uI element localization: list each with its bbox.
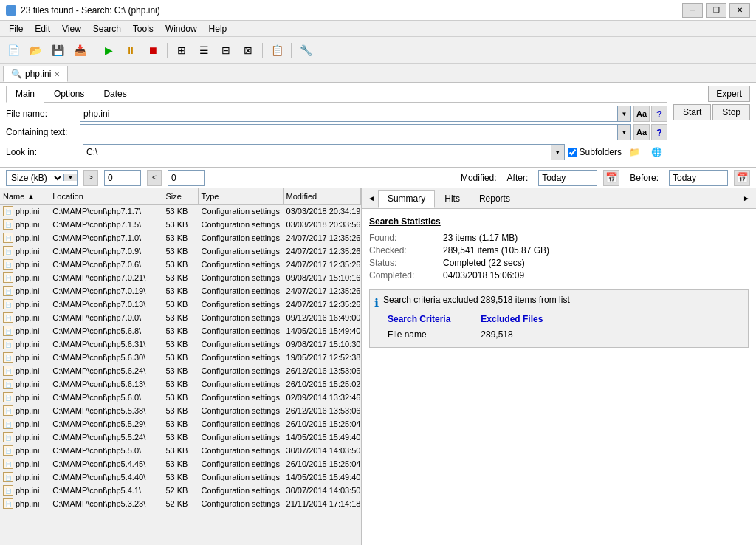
restore-button[interactable]: ❐ xyxy=(706,3,726,18)
menu-edit[interactable]: Edit xyxy=(29,22,56,35)
size-lt-btn[interactable]: < xyxy=(147,170,162,186)
browse-network-button[interactable]: 🌐 xyxy=(647,143,667,162)
table-row[interactable]: 📄 php.ini C:\MAMP\conf\php5.5.0\ 53 KB C… xyxy=(0,444,361,457)
table-row[interactable]: 📄 php.ini C:\MAMP\conf\php7.1.7\ 53 KB C… xyxy=(0,205,361,218)
cell-type: Configuration settings xyxy=(199,498,284,509)
toolbar-list3[interactable]: ⊟ xyxy=(216,41,236,60)
size-select[interactable]: Size (kB) Size (B) Size (MB) xyxy=(7,172,63,184)
expert-button[interactable]: Expert xyxy=(708,86,750,102)
table-row[interactable]: 📄 php.ini C:\MAMP\conf\php5.6.30\ 53 KB … xyxy=(0,351,361,364)
form-tab-main[interactable]: Main xyxy=(6,86,44,103)
table-row[interactable]: 📄 php.ini C:\MAMP\conf\php5.4.40\ 53 KB … xyxy=(0,470,361,484)
menu-search[interactable]: Search xyxy=(87,22,127,35)
panel-tab-next[interactable]: ► xyxy=(740,193,753,204)
panel-tab-hits[interactable]: Hits xyxy=(435,190,470,208)
form-tab-options[interactable]: Options xyxy=(44,86,94,102)
file-name-aa-btn[interactable]: Aa xyxy=(633,106,650,122)
file-list-body[interactable]: 📄 php.ini C:\MAMP\conf\php7.1.7\ 53 KB C… xyxy=(0,205,361,545)
menu-file[interactable]: File xyxy=(3,22,29,35)
table-row[interactable]: 📄 php.ini C:\MAMP\conf\php5.6.8\ 53 KB C… xyxy=(0,324,361,337)
toolbar: 📄 📂 💾 📥 ▶ ⏸ ⏹ ⊞ ☰ ⊟ ⊠ 📋 🔧 xyxy=(0,37,756,64)
file-name-combo[interactable]: ▼ xyxy=(80,106,631,122)
col-header-name[interactable]: Name ▲ xyxy=(0,188,49,204)
stats-status-row: Status: Completed (22 secs) xyxy=(369,258,749,268)
containing-text-dropdown[interactable]: ▼ xyxy=(617,125,630,140)
before-date-input[interactable] xyxy=(669,170,728,186)
table-row[interactable]: 📄 php.ini C:\MAMP\conf\php7.1.5\ 53 KB C… xyxy=(0,218,361,231)
col-header-type[interactable]: Type xyxy=(199,188,284,204)
look-in-input[interactable] xyxy=(83,145,551,160)
size-combo[interactable]: Size (kB) Size (B) Size (MB) ▼ xyxy=(6,170,78,186)
table-row[interactable]: 📄 php.ini C:\MAMP\conf\php7.0.19\ 53 KB … xyxy=(0,284,361,298)
table-row[interactable]: 📄 php.ini C:\MAMP\conf\php7.0.6\ 53 KB C… xyxy=(0,258,361,271)
toolbar-sep1 xyxy=(94,43,94,58)
menu-window[interactable]: Window xyxy=(159,22,203,35)
close-button[interactable]: ✕ xyxy=(729,3,750,18)
table-row[interactable]: 📄 php.ini C:\MAMP\conf\php5.5.38\ 53 KB … xyxy=(0,404,361,417)
size-lt-input[interactable] xyxy=(168,170,205,186)
toolbar-play[interactable]: ▶ xyxy=(98,41,119,60)
toolbar-save[interactable]: 💾 xyxy=(47,41,68,60)
size-gt-btn[interactable]: > xyxy=(83,170,98,186)
after-date-input[interactable] xyxy=(538,170,597,186)
before-calendar-btn[interactable]: 📅 xyxy=(734,170,750,186)
table-row[interactable]: 📄 php.ini C:\MAMP\conf\php5.3.23\ 52 KB … xyxy=(0,497,361,510)
after-calendar-btn[interactable]: 📅 xyxy=(603,170,619,186)
size-combo-arrow[interactable]: ▼ xyxy=(63,174,77,181)
cell-modified: 03/03/2018 20:33:56 xyxy=(284,219,361,230)
stop-button[interactable]: Stop xyxy=(712,104,750,120)
col-header-size[interactable]: Size xyxy=(162,188,198,204)
toolbar-stop[interactable]: ⏹ xyxy=(142,41,163,60)
toolbar-open[interactable]: 📂 xyxy=(25,41,46,60)
menu-help[interactable]: Help xyxy=(203,22,233,35)
toolbar-list2[interactable]: ☰ xyxy=(193,41,214,60)
browse-button[interactable]: 📁 xyxy=(625,143,645,162)
file-name-input[interactable] xyxy=(80,106,617,121)
table-row[interactable]: 📄 php.ini C:\MAMP\conf\php5.6.31\ 53 KB … xyxy=(0,337,361,351)
table-row[interactable]: 📄 php.ini C:\MAMP\conf\php7.0.21\ 53 KB … xyxy=(0,271,361,284)
table-row[interactable]: 📄 php.ini C:\MAMP\conf\php5.6.13\ 53 KB … xyxy=(0,377,361,391)
tab-close-btn[interactable]: ✕ xyxy=(54,70,60,78)
menu-view[interactable]: View xyxy=(56,22,87,35)
table-row[interactable]: 📄 php.ini C:\MAMP\conf\php5.4.45\ 53 KB … xyxy=(0,457,361,470)
table-row[interactable]: 📄 php.ini C:\MAMP\conf\php7.0.9\ 53 KB C… xyxy=(0,244,361,258)
table-row[interactable]: 📄 php.ini C:\MAMP\conf\php7.0.13\ 53 KB … xyxy=(0,298,361,311)
look-in-dropdown[interactable]: ▼ xyxy=(551,145,564,160)
table-row[interactable]: 📄 php.ini C:\MAMP\conf\php5.6.0\ 53 KB C… xyxy=(0,391,361,404)
toolbar-export[interactable]: 📋 xyxy=(267,41,287,60)
subfolder-check[interactable]: Subfolders xyxy=(568,147,622,157)
toolbar-pause[interactable]: ⏸ xyxy=(120,41,141,60)
size-gt-input[interactable] xyxy=(104,170,141,186)
look-in-combo[interactable]: ▼ xyxy=(83,144,565,160)
table-row[interactable]: 📄 php.ini C:\MAMP\conf\php5.5.24\ 53 KB … xyxy=(0,431,361,444)
containing-text-help-btn[interactable]: ? xyxy=(651,124,667,140)
panel-tab-summary[interactable]: Summary xyxy=(378,190,435,208)
toolbar-list4[interactable]: ⊠ xyxy=(238,41,258,60)
cell-name: php.ini xyxy=(16,406,39,415)
toolbar-list1[interactable]: ⊞ xyxy=(171,41,192,60)
subfolder-checkbox[interactable] xyxy=(568,148,577,157)
panel-tab-reports[interactable]: Reports xyxy=(470,190,520,208)
cell-type: Configuration settings xyxy=(199,233,284,243)
table-row[interactable]: 📄 php.ini C:\MAMP\conf\php5.6.24\ 53 KB … xyxy=(0,364,361,377)
table-row[interactable]: 📄 php.ini C:\MAMP\conf\php5.5.29\ 53 KB … xyxy=(0,417,361,431)
file-name-dropdown[interactable]: ▼ xyxy=(617,106,630,121)
toolbar-new[interactable]: 📄 xyxy=(3,41,24,60)
form-tab-dates[interactable]: Dates xyxy=(94,86,136,102)
col-header-modified[interactable]: Modified xyxy=(284,188,361,204)
col-header-location[interactable]: Location xyxy=(49,188,162,204)
toolbar-settings[interactable]: 🔧 xyxy=(295,41,316,60)
table-row[interactable]: 📄 php.ini C:\MAMP\conf\php7.0.0\ 53 KB C… xyxy=(0,311,361,324)
table-row[interactable]: 📄 php.ini C:\MAMP\conf\php5.4.1\ 52 KB C… xyxy=(0,484,361,497)
containing-text-combo[interactable]: ▼ xyxy=(80,124,631,140)
menu-tools[interactable]: Tools xyxy=(127,22,159,35)
containing-text-input[interactable] xyxy=(80,125,617,140)
toolbar-save2[interactable]: 📥 xyxy=(69,41,90,60)
panel-tab-prev[interactable]: ◄ xyxy=(365,193,378,204)
table-row[interactable]: 📄 php.ini C:\MAMP\conf\php7.1.0\ 53 KB C… xyxy=(0,231,361,244)
file-name-help-btn[interactable]: ? xyxy=(651,106,667,122)
minimize-button[interactable]: ─ xyxy=(682,3,703,18)
tab-phpini[interactable]: 🔍 php.ini ✕ xyxy=(3,66,68,82)
containing-text-aa-btn[interactable]: Aa xyxy=(633,124,650,140)
start-button[interactable]: Start xyxy=(673,104,711,120)
